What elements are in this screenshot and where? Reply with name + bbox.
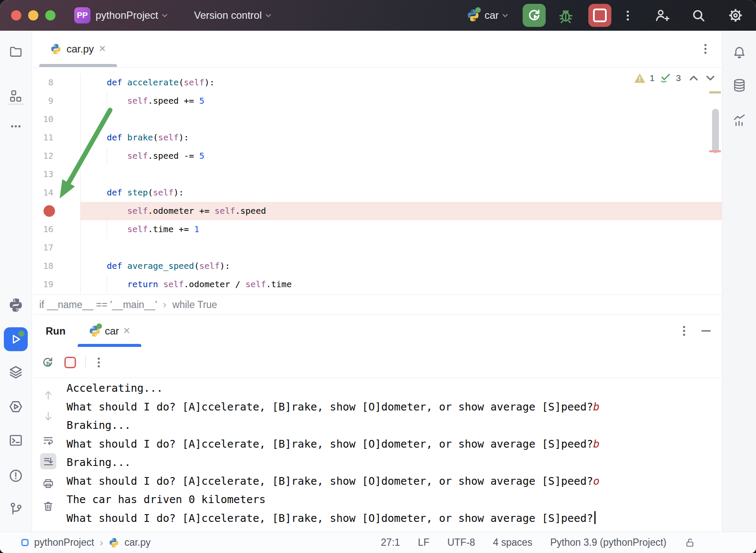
search-button[interactable] — [690, 7, 707, 23]
minimize-window-icon[interactable] — [28, 10, 38, 20]
code-line[interactable]: 13 — [32, 165, 722, 183]
scroll-down-button[interactable] — [40, 408, 56, 425]
run-tab-car[interactable]: car × — [78, 315, 141, 347]
code-line[interactable]: 18 def average_speed(self): — [32, 257, 722, 275]
debug-button[interactable] — [554, 4, 577, 27]
services-tool-button[interactable] — [8, 364, 23, 380]
code-text[interactable]: def step(self): — [81, 183, 722, 202]
code-text[interactable]: self.speed += 5 — [81, 92, 722, 110]
code-line[interactable]: 14 def step(self): — [32, 183, 722, 202]
breadcrumb-item[interactable]: while True — [172, 299, 217, 311]
notifications-button[interactable] — [732, 45, 747, 60]
tab-options-icon[interactable] — [704, 48, 707, 50]
python-console-tool-button[interactable] — [8, 399, 23, 414]
prev-problem-icon[interactable] — [689, 75, 698, 81]
terminal-tool-button[interactable] — [8, 433, 23, 448]
code-text[interactable]: return self.odometer / self.time — [81, 275, 722, 294]
run-panel-options-icon[interactable] — [683, 330, 685, 332]
gutter[interactable]: 12 — [32, 147, 81, 165]
python-packages-tool-button[interactable] — [9, 298, 23, 312]
code-text[interactable]: def brake(self): — [81, 128, 722, 147]
close-tab-icon[interactable]: × — [123, 325, 130, 337]
clear-console-button[interactable] — [40, 498, 56, 514]
hide-panel-icon[interactable] — [701, 330, 711, 332]
add-user-button[interactable] — [654, 7, 670, 23]
gutter[interactable]: 19 — [32, 275, 81, 294]
print-button[interactable] — [40, 475, 56, 492]
code-line[interactable]: 8 def accelerate(self): — [32, 73, 722, 92]
problems-tool-button[interactable] — [8, 468, 23, 483]
code-line[interactable]: 10 — [32, 110, 722, 128]
settings-button[interactable] — [727, 7, 744, 24]
rerun-button[interactable] — [41, 356, 54, 369]
git-tool-button[interactable] — [8, 501, 23, 517]
close-tab-icon[interactable]: × — [99, 43, 106, 55]
lock-open-icon[interactable] — [684, 537, 695, 548]
stop-button[interactable] — [588, 4, 611, 27]
gutter[interactable]: 16 — [32, 220, 81, 239]
code-text[interactable]: def average_speed(self): — [81, 257, 722, 275]
gutter[interactable]: 8 — [32, 73, 81, 92]
stop-process-button[interactable] — [64, 357, 76, 368]
gutter[interactable]: 13 — [32, 165, 81, 183]
more-tool-windows-button[interactable] — [9, 119, 23, 134]
project-badge[interactable]: PP — [74, 7, 90, 23]
soft-wrap-button[interactable] — [40, 432, 56, 448]
gutter[interactable]: 18 — [32, 257, 81, 275]
code-line[interactable]: 9 self.speed += 5 — [32, 92, 722, 110]
run-config-selector[interactable]: car — [485, 9, 499, 21]
profiler-tool-button[interactable] — [732, 113, 747, 128]
gutter[interactable] — [32, 202, 81, 220]
gutter[interactable]: 9 — [32, 92, 81, 110]
code-text[interactable]: def accelerate(self): — [81, 73, 722, 92]
inspection-widget[interactable]: 1 3 — [634, 73, 715, 84]
project-name[interactable]: pythonProject — [96, 9, 158, 21]
database-tool-button[interactable] — [732, 78, 747, 93]
gutter[interactable]: 14 — [32, 183, 81, 202]
tab-car-py[interactable]: car.py × — [39, 31, 117, 67]
status-project[interactable]: pythonProject — [34, 537, 94, 548]
close-window-icon[interactable] — [11, 10, 21, 20]
interpreter[interactable]: Python 3.9 (pythonProject) — [550, 537, 666, 548]
code-line[interactable]: 11 def brake(self): — [32, 128, 722, 147]
code-line[interactable]: 17 — [32, 239, 722, 257]
code-text[interactable]: self.time += 1 — [81, 220, 722, 239]
console-more-icon[interactable] — [98, 361, 100, 364]
breakpoint-stripe-mark[interactable] — [709, 150, 721, 152]
code-text[interactable]: self.speed -= 5 — [81, 147, 722, 165]
more-actions-icon[interactable] — [627, 15, 629, 17]
version-control-menu[interactable]: Version control — [194, 9, 262, 21]
file-encoding[interactable]: UTF-8 — [447, 537, 475, 548]
warning-stripe-mark[interactable] — [709, 91, 721, 93]
gutter[interactable]: 10 — [32, 110, 81, 128]
zoom-window-icon[interactable] — [45, 10, 55, 20]
code-editor[interactable]: 8 def accelerate(self):9 self.speed += 5… — [32, 67, 722, 294]
run-console[interactable]: Accelerating...What should I do? [A]ccel… — [32, 378, 722, 532]
breadcrumb-item[interactable]: if __name__ == '__main__' — [39, 299, 157, 311]
code-line[interactable]: 12 self.speed -= 5 — [32, 147, 722, 165]
indent-setting[interactable]: 4 spaces — [493, 537, 532, 548]
line-ending[interactable]: LF — [418, 537, 430, 548]
code-text[interactable]: self.odometer += self.speed — [81, 202, 722, 220]
scroll-to-end-icon — [42, 455, 54, 467]
structure-tool-button[interactable] — [9, 89, 23, 103]
editor-scrollbar[interactable] — [712, 109, 719, 153]
scroll-to-end-button[interactable] — [40, 453, 56, 469]
breakpoint-icon[interactable] — [44, 205, 55, 217]
code-text[interactable] — [81, 239, 722, 257]
gutter[interactable]: 17 — [32, 239, 81, 257]
caret-position[interactable]: 27:1 — [381, 537, 400, 548]
scroll-up-button[interactable] — [40, 387, 56, 403]
rerun-button[interactable] — [523, 4, 546, 27]
code-text[interactable] — [81, 165, 722, 183]
status-file[interactable]: car.py — [125, 537, 151, 548]
project-tool-button[interactable] — [9, 44, 23, 59]
code-text[interactable] — [81, 110, 722, 128]
code-line[interactable]: 16 self.time += 1 — [32, 220, 722, 239]
next-problem-icon[interactable] — [706, 75, 715, 81]
project-widget-icon[interactable] — [21, 539, 29, 546]
code-line[interactable]: 19 return self.odometer / self.time — [32, 275, 722, 294]
run-tool-button-active[interactable] — [4, 327, 28, 351]
gutter[interactable]: 11 — [32, 128, 81, 147]
code-line[interactable]: self.odometer += self.speed — [32, 202, 722, 220]
